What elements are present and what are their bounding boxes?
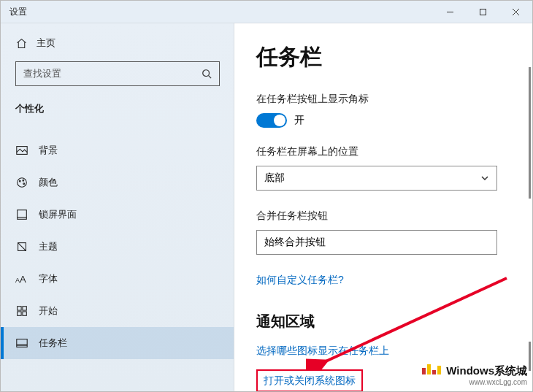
body: 主页 查找设置 个性化 背景 颜色 锁屏界面 [1,23,532,391]
chevron-down-icon [480,174,489,182]
home-icon [15,37,28,50]
svg-rect-9 [18,307,21,310]
badge-toggle[interactable]: 开 [256,113,510,128]
maximize-button[interactable] [467,1,499,23]
watermark-logo [422,364,441,374]
lockscreen-icon [15,208,28,221]
nav-start[interactable]: 开始 [1,295,234,327]
search-input[interactable]: 查找设置 [15,61,220,86]
watermark-brand: Windows系统城 [446,364,527,377]
combine-label: 合并任务栏按钮 [256,210,510,223]
nav-label: 背景 [39,144,58,157]
svg-rect-0 [480,9,486,15]
nav-label: 颜色 [39,176,58,189]
window-controls [434,1,532,23]
svg-rect-11 [18,312,21,315]
badge-label: 在任务栏按钮上显示角标 [256,93,510,106]
svg-point-3 [18,178,27,188]
home-label: 主页 [37,36,55,50]
nav-label: 锁屏界面 [39,208,77,221]
select-icons-link[interactable]: 选择哪些图标显示在任务栏上 [256,345,510,358]
system-icons-link[interactable]: 打开或关闭系统图标 [264,374,356,386]
nav-label: 主题 [39,240,58,253]
palette-icon [15,176,28,189]
svg-rect-13 [17,339,27,347]
title-bar: 设置 [1,1,532,23]
svg-point-5 [23,180,24,181]
position-label: 任务栏在屏幕上的位置 [256,145,510,158]
toggle-state: 开 [294,114,304,127]
taskbar-icon [15,337,28,350]
svg-point-6 [23,183,25,185]
themes-icon [15,240,28,253]
home-link[interactable]: 主页 [15,36,234,50]
sidebar: 主页 查找设置 个性化 背景 颜色 锁屏界面 [1,23,234,391]
nav-label: 字体 [39,272,58,285]
scrollbar[interactable] [529,67,531,199]
watermark: Windows系统城 www.wxcLgg.com [422,364,527,386]
combine-value: 始终合并按钮 [264,236,326,249]
nav-background[interactable]: 背景 [1,134,234,166]
nav-fonts[interactable]: AA 字体 [1,263,234,295]
search-icon [202,69,212,79]
font-icon: AA [15,274,28,285]
search-placeholder: 查找设置 [23,67,61,80]
svg-point-1 [203,70,210,77]
position-value: 底部 [264,172,285,185]
nav-label: 开始 [39,304,58,318]
svg-rect-10 [23,307,26,310]
nav-colors[interactable]: 颜色 [1,166,234,199]
close-button[interactable] [499,1,532,23]
section-header: 通知区域 [256,312,510,331]
nav-lockscreen[interactable]: 锁屏界面 [1,199,234,231]
nav-label: 任务栏 [39,337,67,350]
combine-select[interactable]: 始终合并按钮 [256,230,497,255]
content-pane: 任务栏 在任务栏按钮上显示角标 开 任务栏在屏幕上的位置 底部 合并任务栏按钮 … [234,23,532,391]
svg-rect-7 [18,210,27,220]
nav-taskbar[interactable]: 任务栏 [1,327,234,359]
position-select[interactable]: 底部 [256,166,497,191]
scrollbar[interactable] [529,342,531,371]
settings-window: 设置 主页 查找设置 [0,0,533,392]
watermark-url: www.wxcLgg.com [422,378,527,386]
toggle-track [256,113,287,128]
page-title: 任务栏 [256,42,510,72]
svg-point-4 [19,180,20,182]
window-title: 设置 [9,6,27,18]
annotation-highlight: 打开或关闭系统图标 [256,369,363,391]
svg-rect-12 [23,312,26,315]
toggle-knob [274,115,285,126]
nav-themes[interactable]: 主题 [1,231,234,263]
start-icon [15,304,28,318]
customize-link[interactable]: 如何自定义任务栏? [256,274,510,287]
minimize-button[interactable] [434,1,467,23]
category-label: 个性化 [15,102,234,115]
picture-icon [15,144,28,157]
